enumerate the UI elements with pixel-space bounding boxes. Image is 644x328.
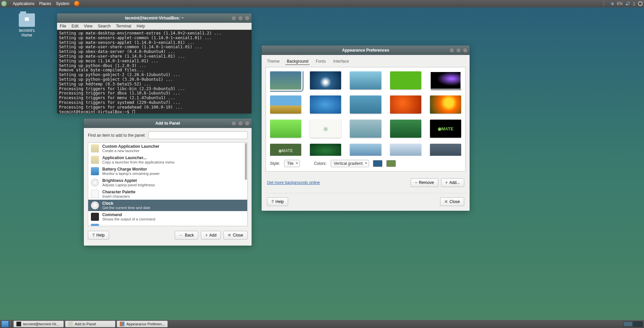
close-icon: ✕: [444, 199, 448, 204]
wallpaper-thumb[interactable]: [310, 71, 341, 89]
menu-view[interactable]: View: [84, 24, 93, 28]
help-button[interactable]: ?Help: [267, 197, 288, 206]
wallpaper-thumb[interactable]: [350, 120, 381, 138]
color-primary-swatch[interactable]: [373, 160, 382, 167]
applet-icon: [91, 224, 99, 226]
workspace-2[interactable]: [633, 321, 643, 327]
tab-theme[interactable]: Theme: [266, 58, 281, 65]
wallpaper-thumb[interactable]: ◉MATE: [430, 120, 461, 138]
applet-item[interactable]: CommandShows the output of a command: [88, 211, 247, 222]
wallpaper-thumb[interactable]: [390, 144, 421, 156]
task-terminal[interactable]: tecmint@tecmint-Vir...: [13, 321, 64, 327]
applet-item[interactable]: Connect to Server...: [88, 222, 247, 226]
close-button[interactable]: [245, 16, 250, 20]
firefox-launcher-icon[interactable]: [74, 1, 79, 6]
wallpaper-thumb[interactable]: ◉: [310, 120, 341, 138]
applet-desc: Insert characters: [102, 194, 136, 198]
applet-item[interactable]: Brightness AppletAdjusts Laptop panel br…: [88, 177, 247, 188]
maximize-button[interactable]: [238, 121, 243, 126]
wallpaper-thumb[interactable]: [310, 144, 341, 156]
gradient-combo[interactable]: Vertical gradient: [331, 160, 369, 167]
mate-menu-icon[interactable]: [1, 1, 7, 6]
applet-title: Command: [102, 212, 155, 217]
appearance-titlebar[interactable]: Appearance Preferences: [262, 46, 470, 55]
help-button[interactable]: ?Help: [88, 231, 109, 240]
volume-icon[interactable]: 🔊: [625, 1, 630, 6]
power-icon[interactable]: [638, 1, 643, 6]
tab-interface[interactable]: Interface: [332, 58, 350, 65]
minimize-button[interactable]: [449, 48, 454, 53]
battery-icon[interactable]: ▯: [633, 1, 635, 6]
terminal-output[interactable]: Setting up mate-desktop-environment-extr…: [57, 30, 252, 114]
terminal-window: tecmint@tecmint-VirtualBox: ~ File Edit …: [57, 13, 252, 114]
menu-places[interactable]: Places: [39, 1, 51, 6]
wallpaper-thumb[interactable]: [390, 71, 421, 89]
terminal-icon: [16, 322, 21, 326]
style-combo[interactable]: Tile: [284, 160, 300, 167]
close-button[interactable]: [245, 121, 250, 126]
tab-fonts[interactable]: Fonts: [314, 58, 327, 65]
tab-background[interactable]: Background: [285, 58, 310, 65]
wallpaper-thumb[interactable]: [310, 95, 341, 114]
color-secondary-swatch[interactable]: [386, 160, 396, 167]
close-button[interactable]: ✕Close: [440, 197, 464, 206]
applet-item[interactable]: Battery Charge MonitorMonitor a laptop's…: [88, 166, 247, 177]
close-button[interactable]: [463, 48, 468, 53]
scrollbar-thumb[interactable]: [245, 143, 247, 180]
more-backgrounds-link[interactable]: Get more backgrounds online: [267, 180, 320, 185]
help-icon: ?: [271, 199, 274, 204]
panel-icon: [68, 322, 73, 326]
task-add-to-panel[interactable]: Add to Panel: [65, 321, 115, 327]
find-label: Find an item to add to the panel:: [88, 133, 146, 138]
minimize-button[interactable]: [231, 16, 236, 20]
task-appearance[interactable]: Appearance Preferen...: [117, 321, 168, 327]
add-wallpaper-button[interactable]: +Add...: [441, 178, 464, 187]
wallpaper-thumb[interactable]: [270, 95, 301, 114]
wallpaper-thumb[interactable]: [270, 71, 301, 89]
home-folder-icon[interactable]: tecmint's Home: [13, 13, 40, 38]
wallpaper-thumb[interactable]: [430, 144, 461, 156]
menu-applications[interactable]: Applications: [13, 1, 35, 6]
applet-title: Custom Application Launcher: [102, 144, 159, 149]
wallpaper-thumb[interactable]: [350, 144, 381, 156]
wallpaper-thumb[interactable]: [390, 95, 421, 114]
maximize-button[interactable]: [238, 16, 243, 20]
minimize-button[interactable]: [231, 121, 236, 126]
applet-icon: [91, 213, 99, 221]
maximize-button[interactable]: [456, 48, 461, 53]
add-button[interactable]: +Add: [201, 231, 221, 240]
close-button[interactable]: ✕Close: [223, 231, 248, 240]
back-button[interactable]: ←Back: [175, 231, 198, 240]
applet-item[interactable]: Application Launcher...Copy a launcher f…: [88, 154, 247, 166]
menu-edit[interactable]: Edit: [71, 24, 78, 28]
wallpaper-thumb[interactable]: ◉MATE: [270, 144, 301, 156]
remove-button[interactable]: −Remove: [411, 178, 438, 187]
network-icon[interactable]: ⊕: [611, 1, 614, 6]
wallpaper-thumb[interactable]: [390, 120, 421, 138]
wallpaper-thumb[interactable]: [430, 95, 461, 114]
workspace-1[interactable]: [623, 321, 633, 327]
applet-title: Application Launcher...: [102, 155, 174, 160]
keyboard-indicator[interactable]: EN: [617, 1, 623, 6]
applet-item[interactable]: ClockGet the current time and date: [88, 200, 247, 211]
show-desktop-button[interactable]: [1, 321, 9, 327]
applet-item[interactable]: Custom Application LauncherCreate a new …: [88, 143, 247, 154]
home-folder-label: tecmint's Home: [13, 28, 40, 38]
wallpaper-thumb[interactable]: [350, 71, 381, 89]
menu-file[interactable]: File: [60, 24, 66, 28]
wallpaper-thumb[interactable]: [430, 71, 461, 89]
terminal-menubar: File Edit View Search Terminal Help: [57, 23, 252, 30]
menu-help[interactable]: Help: [137, 24, 145, 28]
find-input[interactable]: [148, 131, 248, 139]
applet-list[interactable]: Custom Application LauncherCreate a new …: [88, 142, 248, 226]
applet-icon: [91, 144, 99, 152]
add-panel-titlebar[interactable]: Add to Panel: [84, 119, 252, 128]
wallpaper-thumb[interactable]: [350, 95, 381, 114]
menu-terminal[interactable]: Terminal: [116, 24, 131, 28]
terminal-titlebar[interactable]: tecmint@tecmint-VirtualBox: ~: [57, 13, 252, 23]
applet-item[interactable]: Character PaletteInsert characters: [88, 188, 247, 200]
wallpaper-thumb[interactable]: [270, 120, 301, 138]
menu-system[interactable]: System: [56, 1, 69, 6]
workspace-switcher[interactable]: [623, 321, 643, 327]
menu-search[interactable]: Search: [98, 24, 111, 28]
